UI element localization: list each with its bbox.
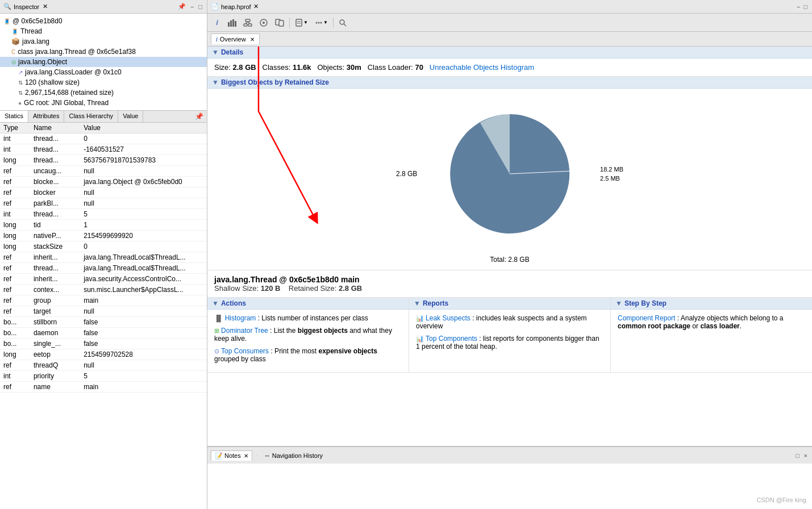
toolbar-info-btn[interactable]: i <box>211 16 223 29</box>
toolbar-histogram-btn[interactable] <box>224 16 239 29</box>
tab-overview-close[interactable]: ✕ <box>250 36 255 43</box>
cell-name: daemon <box>30 328 80 339</box>
table-row[interactable]: longtid1 <box>0 220 207 231</box>
tab-pin[interactable]: 📌 <box>191 111 207 122</box>
toolbar-search-btn[interactable] <box>336 16 349 29</box>
cell-name: tid <box>30 220 80 231</box>
reports-arrow: ▼ <box>414 299 420 307</box>
toolbar-more-btn[interactable]: ▼ <box>312 16 331 29</box>
dominator-link[interactable]: Dominator Tree <box>221 327 268 335</box>
table-row[interactable]: longthread...5637567918701539783 <box>0 155 207 166</box>
cell-name: target <box>30 306 80 317</box>
report-topcomponents: 📊 Top Components : list reports for comp… <box>416 335 603 351</box>
cell-value: sun.misc.Launcher$AppClassL... <box>80 285 207 295</box>
histogram-link[interactable]: Histogram <box>225 314 256 322</box>
table-row[interactable]: intthread...-1640531527 <box>0 144 207 155</box>
reports-content: 📊 Leak Suspects : includes leak suspects… <box>409 310 610 360</box>
table-row[interactable]: intpriority5 <box>0 371 207 382</box>
tree-item-class-thread[interactable]: C class java.lang.Thread @ 0x6c5e1af38 <box>0 47 207 57</box>
tab-overview[interactable]: i Overview ✕ <box>211 34 260 44</box>
heap-title-bar: 📄 heap.hprof ✕ <box>211 3 259 10</box>
toolbar-topconsumers-btn[interactable] <box>256 16 271 29</box>
reports-title: Reports <box>423 299 448 307</box>
cell-type: int <box>0 144 30 155</box>
cell-type: bo... <box>0 339 30 349</box>
table-row[interactable]: bo...stillbornfalse <box>0 317 207 328</box>
unreachable-link[interactable]: Unreachable Objects Histogram <box>430 63 534 72</box>
svg-rect-7 <box>244 24 247 26</box>
tab-class-hierarchy[interactable]: Class Hierarchy <box>64 111 118 122</box>
cell-type: bo... <box>0 328 30 339</box>
retained-label: Retained Size: <box>289 284 337 293</box>
heap-close-btn[interactable]: ✕ <box>253 3 259 10</box>
cell-value: main <box>80 295 207 306</box>
table-row[interactable]: refthreadQnull <box>0 360 207 371</box>
bottom-close-btn[interactable]: × <box>803 452 809 459</box>
inspector-min-btn[interactable]: − <box>189 3 195 10</box>
cell-name: name <box>30 382 80 393</box>
table-row[interactable]: refinherit...java.security.AccessControl… <box>0 274 207 285</box>
bottom-tab-notes[interactable]: 📝 Notes ✕ <box>211 450 252 461</box>
table-row[interactable]: bo...single_...false <box>0 339 207 349</box>
tree-item-thread[interactable]: 🧵 Thread <box>0 26 207 36</box>
cell-value: 5637567918701539783 <box>80 155 207 166</box>
table-row[interactable]: longstackSize0 <box>0 241 207 252</box>
inspector-pin-btn[interactable]: 📌 <box>177 3 187 10</box>
table-row[interactable]: refgroupmain <box>0 295 207 306</box>
bottom-min-btn[interactable]: □ <box>794 452 801 459</box>
table-row[interactable]: refthread...java.lang.ThreadLocal$Thread… <box>0 263 207 274</box>
tab-value[interactable]: Value <box>118 111 143 122</box>
bottom-tab-navhistory[interactable]: ↔ Navigation History <box>261 451 326 460</box>
table-row[interactable]: refcontex...sun.misc.Launcher$AppClassL.… <box>0 285 207 295</box>
component-report-link[interactable]: Component Report <box>618 314 675 322</box>
pie-label-25mb: 2.5 MB <box>600 175 623 182</box>
table-row[interactable]: bo...daemonfalse <box>0 328 207 339</box>
biggest-arrow: ▼ <box>212 78 219 86</box>
table-row[interactable]: intthread...5 <box>0 209 207 220</box>
table-row[interactable]: longnativeP...2154599699920 <box>0 231 207 241</box>
tab-attributes[interactable]: Attributes <box>28 111 64 122</box>
toolbar-dominator-btn[interactable] <box>240 16 255 29</box>
tree-item-javalang[interactable]: 📦 java.lang <box>0 36 207 47</box>
table-row[interactable]: refuncaug...null <box>0 166 207 177</box>
pie-label-left: 2.8 GB <box>396 170 417 178</box>
toolbar-dupclasses-btn[interactable] <box>272 16 287 29</box>
tree-item-retained[interactable]: ⇅ 2,967,154,688 (retained size) <box>0 87 207 98</box>
cell-name: blocke... <box>30 177 80 187</box>
dominator-icon <box>243 19 252 27</box>
table-row[interactable]: longeetop2154599702528 <box>0 349 207 360</box>
table-row[interactable]: refblockernull <box>0 187 207 198</box>
tree-item-java-object[interactable]: ⊙ java.lang.Object <box>0 57 207 67</box>
tab-statics[interactable]: Statics <box>0 111 28 122</box>
topconsumers-link[interactable]: Top Consumers <box>221 347 269 355</box>
toolbar-reports-btn[interactable]: ▼ <box>292 16 311 29</box>
tree-item-shallow[interactable]: ⇅ 120 (shallow size) <box>0 77 207 87</box>
cell-name: thread... <box>30 263 80 274</box>
tree-item-gcroot[interactable]: ● GC root: JNI Global, Thread <box>0 98 207 108</box>
tree-item-classloader[interactable]: ↗ java.lang.ClassLoader @ 0x1c0 <box>0 67 207 77</box>
table-row[interactable]: reftargetnull <box>0 306 207 317</box>
cell-type: ref <box>0 166 30 177</box>
heap-title: heap.hprof <box>221 3 251 10</box>
table-row[interactable]: intthread...0 <box>0 133 207 144</box>
table-row[interactable]: refblocke...java.lang.Object @ 0x6c5feb0… <box>0 177 207 187</box>
cell-type: ref <box>0 198 30 209</box>
svg-rect-0 <box>228 22 230 27</box>
table-row[interactable]: refparkBl...null <box>0 198 207 209</box>
tree-item-address[interactable]: 🧵 @ 0x6c5e1b8d0 <box>0 16 207 26</box>
inspector-max-btn[interactable]: □ <box>197 3 203 10</box>
heap-max-btn[interactable]: □ <box>802 3 809 10</box>
notes-close[interactable]: ✕ <box>244 453 248 459</box>
leak-suspects-link[interactable]: Leak Suspects <box>426 314 470 322</box>
notes-content-area[interactable] <box>207 464 812 509</box>
heap-min-btn[interactable]: − <box>796 3 801 10</box>
table-row[interactable]: refinherit...java.lang.ThreadLocal$Threa… <box>0 252 207 263</box>
cell-value: false <box>80 328 207 339</box>
top-components-link[interactable]: Top Components <box>426 335 477 343</box>
cell-type: ref <box>0 295 30 306</box>
cell-type: long <box>0 155 30 166</box>
inspector-close-btn[interactable]: ✕ <box>43 3 48 10</box>
table-row[interactable]: refnamemain <box>0 382 207 393</box>
objects-value: 30m <box>347 63 361 72</box>
inspector-header: 🔍 Inspector ✕ 📌 − □ <box>0 0 207 14</box>
